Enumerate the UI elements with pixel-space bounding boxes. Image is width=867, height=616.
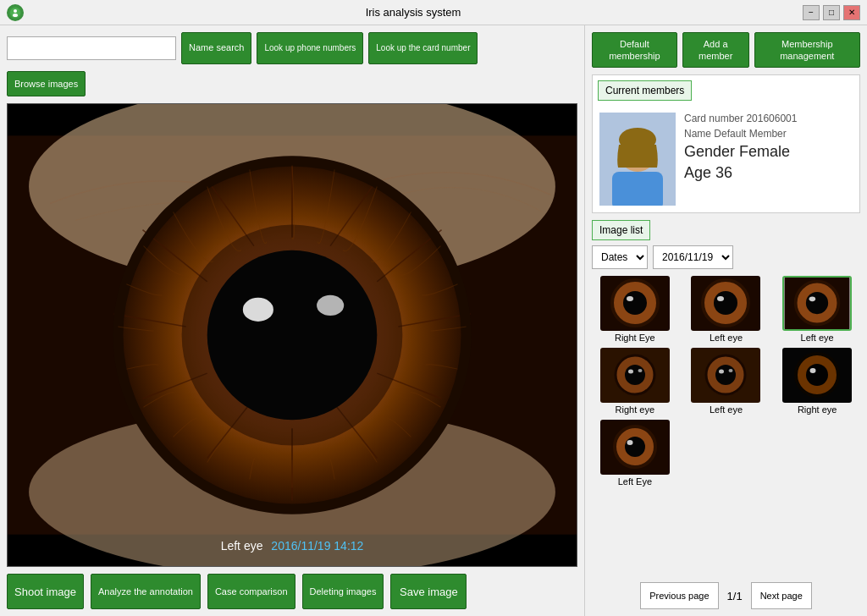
svg-point-55 [729, 369, 733, 372]
app-logo [7, 4, 24, 21]
analyze-annotation-button[interactable]: Analyze the annotation [91, 574, 201, 609]
browse-images-button[interactable]: Browse images [7, 71, 86, 96]
pagination: Previous page 1/1 Next page [592, 582, 860, 609]
card-number-label: Card number [684, 113, 743, 124]
svg-rect-26 [612, 172, 663, 206]
deleting-images-button[interactable]: Deleting images [302, 574, 384, 609]
card-number-row: Card number 201606001 [684, 113, 797, 124]
thumb-label: Left eye [710, 333, 743, 343]
browse-area: Browse images [7, 71, 577, 96]
minimize-button[interactable]: − [803, 5, 820, 20]
thumb-image-selected [782, 276, 852, 331]
top-toolbar: Name search Look up phone numbers Look u… [7, 32, 577, 64]
name-label: Name [684, 128, 711, 140]
svg-point-63 [625, 437, 645, 457]
svg-point-60 [810, 368, 816, 373]
svg-point-1 [14, 9, 17, 13]
thumb-label: Right eye [616, 404, 654, 415]
member-info: Card number 201606001 Name Default Membe… [593, 106, 859, 212]
name-row: Name Default Member [684, 128, 797, 140]
svg-point-48 [628, 370, 633, 374]
eye-date-label: 2016/11/19 14:12 [271, 539, 363, 553]
restore-button[interactable]: □ [823, 5, 840, 20]
name-search-button[interactable]: Name search [181, 32, 251, 64]
list-item[interactable]: Left eye [683, 276, 770, 343]
default-membership-button[interactable]: Default membership [592, 32, 677, 68]
gender-row: Gender Female [684, 143, 797, 161]
thumb-label: Left Eye [618, 476, 652, 487]
thumb-label: Left eye [710, 404, 743, 415]
age-label: Age [684, 164, 711, 181]
list-item[interactable]: Right eye [774, 348, 860, 415]
close-button[interactable]: ✕ [843, 5, 860, 20]
shoot-image-button[interactable]: Shoot image [7, 574, 84, 609]
eye-image-container: Left eye 2016/11/19 14:12 [7, 103, 577, 567]
list-item[interactable]: Left eye [774, 276, 860, 343]
svg-point-52 [715, 365, 736, 385]
title-bar: Iris analysis system − □ ✕ [0, 0, 867, 25]
svg-point-21 [207, 250, 378, 421]
date-value-select[interactable]: 2016/11/19 [653, 245, 733, 269]
thumb-image [782, 348, 852, 403]
gender-label: Gender [684, 143, 735, 160]
list-item[interactable]: Right Eye [592, 276, 678, 343]
svg-point-65 [627, 440, 632, 445]
image-list-label: Image list [592, 220, 650, 240]
membership-buttons: Default membership Add a member Membersh… [592, 32, 860, 68]
svg-point-46 [625, 365, 645, 385]
list-item[interactable]: Left eye [683, 348, 770, 415]
add-member-button[interactable]: Add a member [682, 32, 749, 68]
window-controls: − □ ✕ [803, 5, 860, 20]
thumb-image [600, 348, 670, 403]
left-panel: Name search Look up phone numbers Look u… [0, 25, 584, 616]
name-value: Default Member [714, 128, 786, 140]
thumb-image [691, 348, 760, 403]
age-row: Age 36 [684, 164, 797, 182]
svg-point-22 [243, 298, 273, 322]
search-input[interactable] [7, 36, 176, 60]
svg-point-58 [806, 364, 828, 386]
page-info: 1/1 [727, 590, 743, 602]
svg-point-49 [638, 369, 642, 372]
eye-side-label: Left eye [221, 539, 263, 553]
thumb-label: Left eye [801, 333, 834, 343]
svg-point-33 [627, 296, 633, 301]
list-item[interactable]: Right eye [592, 348, 678, 415]
membership-management-button[interactable]: Membership management [754, 32, 861, 68]
current-members-label: Current members [598, 80, 692, 101]
eye-image-svg [8, 104, 577, 566]
thumb-image [600, 420, 670, 475]
image-list-section: Image list Dates 2016/11/19 [592, 220, 860, 569]
member-details: Card number 201606001 Name Default Membe… [684, 113, 797, 206]
previous-page-button[interactable]: Previous page [640, 582, 718, 609]
case-comparison-button[interactable]: Case comparison [207, 574, 295, 609]
next-page-button[interactable]: Next page [751, 582, 812, 609]
svg-point-41 [806, 292, 828, 314]
age-value: 36 [715, 164, 732, 181]
svg-point-43 [809, 297, 816, 302]
save-image-button[interactable]: Save image [390, 574, 467, 609]
thumb-label: Right Eye [615, 333, 655, 343]
thumb-image [600, 276, 670, 331]
gender-value: Female [739, 143, 790, 160]
list-item[interactable]: Left Eye [592, 420, 678, 487]
member-section: Current members [592, 74, 860, 213]
lookup-card-button[interactable]: Look up the card number [368, 32, 478, 64]
svg-point-2 [13, 14, 18, 17]
bottom-toolbar: Shoot image Analyze the annotation Case … [7, 574, 577, 609]
eye-image-label: Left eye 2016/11/19 14:12 [221, 539, 364, 553]
image-list-filters: Dates 2016/11/19 [592, 245, 860, 269]
lookup-phone-button[interactable]: Look up phone numbers [257, 32, 363, 64]
right-panel: Default membership Add a member Membersh… [584, 25, 867, 616]
svg-point-54 [719, 370, 724, 374]
svg-point-36 [714, 291, 737, 315]
dates-filter-select[interactable]: Dates [592, 245, 648, 269]
member-avatar [599, 113, 676, 206]
main-container: Name search Look up phone numbers Look u… [0, 25, 867, 616]
card-number-value: 201606001 [746, 113, 797, 124]
svg-point-23 [317, 295, 344, 316]
app-title: Iris analysis system [24, 6, 803, 19]
image-grid: Right Eye Left eye [592, 276, 860, 487]
svg-point-38 [717, 296, 724, 301]
thumb-label: Right eye [798, 404, 837, 415]
